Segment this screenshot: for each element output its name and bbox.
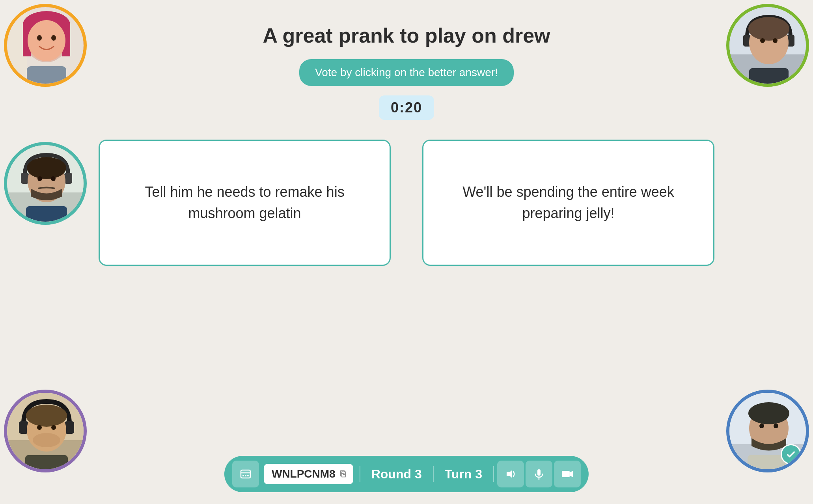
avatar-player-2	[726, 4, 809, 87]
svg-point-54	[247, 475, 249, 476]
svg-rect-6	[62, 25, 70, 56]
svg-rect-24	[21, 173, 29, 184]
svg-rect-31	[7, 393, 84, 469]
svg-rect-50	[241, 470, 250, 478]
avatar-player-4	[4, 390, 87, 472]
svg-rect-33	[7, 440, 84, 469]
volume-button[interactable]	[497, 461, 524, 487]
main-content: A great prank to play on drew Vote by cl…	[0, 0, 813, 266]
svg-rect-41	[25, 455, 68, 469]
svg-point-36	[27, 409, 66, 452]
svg-point-8	[37, 35, 42, 41]
svg-point-4	[23, 11, 70, 39]
svg-rect-0	[7, 7, 84, 84]
svg-point-29	[51, 176, 56, 181]
round-label: Round 3	[364, 467, 430, 482]
turn-label: Turn 3	[437, 467, 490, 482]
timer-display: 0:20	[379, 95, 434, 120]
svg-rect-11	[729, 7, 806, 84]
svg-rect-25	[64, 173, 72, 184]
svg-marker-55	[507, 470, 512, 478]
bottom-toolbar: WNLPCNM8 ⎘ Round 3 Turn 3	[224, 456, 589, 492]
svg-rect-35	[65, 421, 74, 434]
svg-point-28	[37, 176, 42, 181]
svg-point-18	[760, 38, 765, 43]
svg-point-16	[749, 21, 789, 64]
svg-rect-56	[537, 469, 541, 476]
svg-rect-30	[26, 206, 67, 222]
answer-card-1[interactable]: Tell him he needs to remake his mushroom…	[99, 140, 391, 266]
svg-rect-12	[729, 7, 806, 54]
svg-point-26	[28, 161, 65, 202]
svg-point-17	[748, 17, 789, 41]
svg-marker-59	[570, 471, 573, 477]
svg-rect-22	[7, 145, 84, 196]
svg-rect-1	[7, 7, 84, 84]
svg-point-47	[759, 424, 764, 428]
svg-point-39	[51, 425, 56, 430]
camera-button[interactable]	[554, 461, 581, 487]
avatar-player-1	[4, 4, 87, 87]
microphone-button[interactable]	[526, 461, 552, 487]
svg-rect-14	[743, 35, 751, 47]
divider-3	[493, 466, 494, 482]
svg-point-53	[245, 475, 246, 476]
svg-point-38	[37, 425, 42, 430]
svg-rect-43	[729, 393, 806, 444]
svg-point-48	[774, 424, 778, 428]
svg-rect-15	[787, 35, 794, 47]
svg-point-19	[773, 38, 778, 43]
svg-point-3	[25, 15, 68, 62]
svg-rect-20	[749, 68, 789, 84]
answer-cards-container: Tell him he needs to remake his mushroom…	[0, 140, 813, 266]
svg-rect-21	[7, 145, 84, 222]
avatar-player-3	[4, 142, 87, 225]
svg-point-7	[28, 20, 65, 61]
room-code-text: WNLPCNM8	[272, 468, 336, 480]
svg-rect-58	[562, 471, 570, 477]
game-icon-button[interactable]	[232, 461, 259, 487]
svg-rect-34	[19, 421, 28, 434]
svg-point-9	[51, 35, 56, 41]
svg-point-45	[749, 407, 789, 450]
room-code-display: WNLPCNM8 ⎘	[264, 464, 353, 484]
svg-rect-32	[7, 393, 84, 440]
answer-card-2-text: We'll be spending the entire week prepar…	[439, 181, 697, 224]
divider-2	[433, 466, 434, 482]
divider-1	[360, 466, 360, 482]
check-badge	[781, 444, 801, 465]
svg-rect-10	[27, 66, 66, 84]
answer-card-2[interactable]: We'll be spending the entire week prepar…	[422, 140, 714, 266]
avatar-player-5	[726, 390, 809, 472]
vote-instruction-button[interactable]: Vote by clicking on the better answer!	[299, 59, 514, 86]
svg-point-37	[26, 405, 67, 427]
answer-card-1-text: Tell him he needs to remake his mushroom…	[116, 181, 374, 224]
copy-icon[interactable]: ⎘	[340, 469, 345, 479]
svg-point-40	[33, 433, 60, 447]
svg-point-52	[242, 475, 244, 476]
svg-point-46	[748, 402, 789, 424]
svg-rect-5	[23, 25, 31, 56]
prompt-title: A great prank to play on drew	[263, 24, 550, 47]
svg-point-27	[27, 157, 66, 179]
